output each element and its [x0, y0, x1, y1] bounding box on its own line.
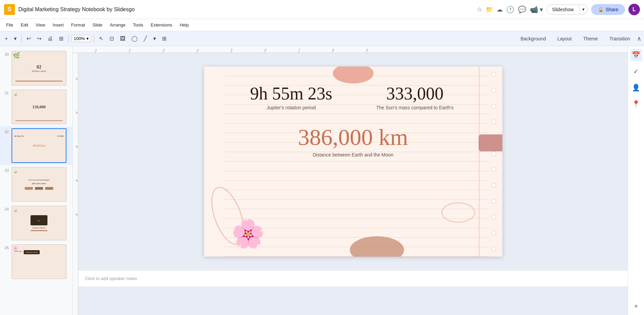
share-button[interactable]: 🔒 Share [591, 4, 625, 15]
zoom-control[interactable]: 100% ▾ [71, 35, 91, 42]
bar3 [45, 187, 53, 190]
slide-num-21: 21 [3, 91, 9, 95]
menu-extensions[interactable]: Extensions [147, 21, 176, 29]
sidebar-icon-plus[interactable]: + [630, 300, 642, 312]
options-button[interactable]: ⊞ [57, 34, 65, 43]
add-arrow-button[interactable]: ▾ [12, 34, 19, 43]
stat-label-3: Distance between Earth and the Moon [313, 152, 393, 158]
history-button[interactable]: 🕐 [506, 5, 515, 14]
slide-item-25[interactable]: 25 Tablet app Awesome words 🌸 [0, 242, 73, 281]
comment-button[interactable]: 💬 [518, 5, 526, 14]
thumb-22-row1: 9h 55m 23s 333,000 [14, 135, 64, 137]
slide-thumb-22[interactable]: 9h 55m 23s 333,000 386,000 km [12, 128, 66, 163]
toolbar: + ▾ ↩ ↪ 🖨 ⊞ 100% ▾ ↖ ⊡ 🖼 ◯ ╱ ▾ ⊞ Backgro… [0, 31, 644, 46]
menu-bar: File Edit View Insert Format Slide Arran… [0, 19, 644, 31]
sidebar-icon-calendar[interactable]: 📅 [630, 49, 642, 61]
thumb-20-deco: 🌿 [13, 52, 20, 59]
canvas-area[interactable]: 9h 55m 23s Jupiter's rotation period 333… [78, 53, 628, 315]
slide-item-20[interactable]: 20 02 Section name 🌿 [0, 49, 73, 88]
add-button[interactable]: + [3, 34, 10, 43]
stat-item-2: 333,000 The Sun's mass compared to Earth… [355, 84, 475, 110]
star-icon[interactable]: ☆ [477, 6, 482, 13]
svg-text:7: 7 [299, 48, 300, 52]
sidebar-icon-check[interactable]: ✓ [630, 65, 642, 77]
slide-item-21[interactable]: 21 150,000 🍃 [0, 88, 73, 126]
redo-button[interactable]: ↪ [35, 34, 43, 43]
svg-text:6: 6 [265, 48, 266, 52]
stat-grid: 9h 55m 23s Jupiter's rotation period 333… [204, 67, 502, 117]
menu-tools[interactable]: Tools [129, 21, 146, 29]
slideshow-button[interactable]: Slideshow [546, 4, 580, 15]
thumb-23-bars [25, 187, 53, 190]
thumb-20-bar [15, 80, 63, 82]
menu-help[interactable]: Help [176, 21, 192, 29]
thumb-20-num: 02 [37, 64, 41, 70]
shape-button[interactable]: ◯ [129, 34, 140, 43]
thumb-25-content: Tablet app Awesome words [12, 245, 66, 256]
svg-text:3: 3 [163, 48, 165, 52]
slide-num-22: 22 [3, 130, 9, 134]
toolbar-collapse-button[interactable]: ∧ [637, 35, 641, 42]
stat-item-1: 9h 55m 23s Jupiter's rotation period [231, 84, 351, 110]
thumb-20-content: 02 Section name [12, 51, 66, 85]
image-button[interactable]: 🖼 [118, 34, 127, 43]
svg-text:1: 1 [95, 48, 97, 52]
menu-view[interactable]: View [32, 21, 48, 29]
plus-icon: + [634, 302, 638, 310]
ruler-v-svg: 1 2 3 4 5 [73, 65, 78, 303]
undo-button[interactable]: ↩ [24, 34, 33, 43]
slide-thumb-25[interactable]: Tablet app Awesome words 🌸 [12, 244, 66, 279]
share-lock-icon: 🔒 [598, 7, 604, 12]
menu-arrange[interactable]: Arrange [106, 21, 129, 29]
slide-thumb-24[interactable]: 📺 Desktop software 🍃 [12, 206, 66, 240]
slide-canvas[interactable]: 9h 55m 23s Jupiter's rotation period 333… [204, 67, 502, 257]
thumb-22-stat3: 386,000 km [33, 144, 45, 147]
app-logo-letter: S [7, 6, 12, 13]
map-icon: 📍 [632, 100, 640, 108]
menu-edit[interactable]: Edit [17, 21, 32, 29]
slide-item-24[interactable]: 24 📺 Desktop software 🍃 [0, 204, 73, 242]
menu-slide[interactable]: Slide [89, 21, 106, 29]
thumb-23-title: Let's use some percentages [28, 179, 49, 181]
app-logo[interactable]: S [4, 4, 15, 15]
canvas-main: 1 2 3 4 5 [73, 53, 628, 315]
bar1 [25, 187, 33, 190]
line-arrow-button[interactable]: ▾ [151, 34, 158, 43]
toolbar-sep-2 [68, 35, 68, 43]
text-button[interactable]: ⊞ [160, 34, 168, 43]
slide-num-25: 25 [3, 246, 9, 250]
folder-icon[interactable]: 📁 [486, 6, 493, 13]
sidebar-icon-person[interactable]: 👤 [630, 81, 642, 94]
slide-item-22[interactable]: 22 9h 55m 23s 333,000 386,000 km [0, 126, 73, 165]
meet-button[interactable]: 📹 ▾ [530, 5, 543, 14]
slide-thumb-23[interactable]: Let's use some percentages 80% 60% 90% 🍃 [12, 167, 66, 202]
check-icon: ✓ [633, 67, 639, 75]
sidebar-icon-map[interactable]: 📍 [630, 98, 642, 110]
menu-format[interactable]: Format [68, 21, 88, 29]
thumb-24-bar [31, 230, 47, 231]
ruler-vertical: 1 2 3 4 5 [73, 53, 78, 315]
slide-thumb-21[interactable]: 150,000 🍃 [12, 90, 66, 124]
transition-button[interactable]: Transition [605, 34, 635, 43]
thumb-23-content: Let's use some percentages 80% 60% 90% [12, 167, 66, 201]
slide-item-23[interactable]: 23 Let's use some percentages 80% 60% 90… [0, 165, 73, 204]
user-avatar[interactable]: L [628, 4, 640, 15]
cursor-button[interactable]: ↖ [97, 34, 105, 43]
slide-content: 9h 55m 23s Jupiter's rotation period 333… [204, 67, 502, 257]
layout-button[interactable]: Layout [552, 34, 576, 43]
speaker-notes-placeholder: Click to add speaker notes [85, 276, 137, 281]
speaker-notes[interactable]: Click to add speaker notes [78, 270, 628, 286]
slideshow-arrow-button[interactable]: ▾ [580, 4, 588, 14]
background-button[interactable]: Background [516, 34, 551, 43]
line-button[interactable]: ╱ [142, 34, 149, 43]
theme-button[interactable]: Theme [578, 34, 603, 43]
menu-insert[interactable]: Insert [49, 21, 67, 29]
print-button[interactable]: 🖨 [45, 34, 55, 43]
title-icons: ☆ 📁 ☁ [477, 6, 503, 13]
slide-num-23: 23 [3, 168, 9, 172]
select-button[interactable]: ⊡ [107, 34, 116, 43]
menu-file[interactable]: File [3, 21, 17, 29]
cloud-icon[interactable]: ☁ [497, 6, 503, 13]
slide-thumb-20[interactable]: 02 Section name 🌿 [12, 51, 66, 86]
slide-canvas-wrap: 9h 55m 23s Jupiter's rotation period 333… [204, 67, 502, 257]
